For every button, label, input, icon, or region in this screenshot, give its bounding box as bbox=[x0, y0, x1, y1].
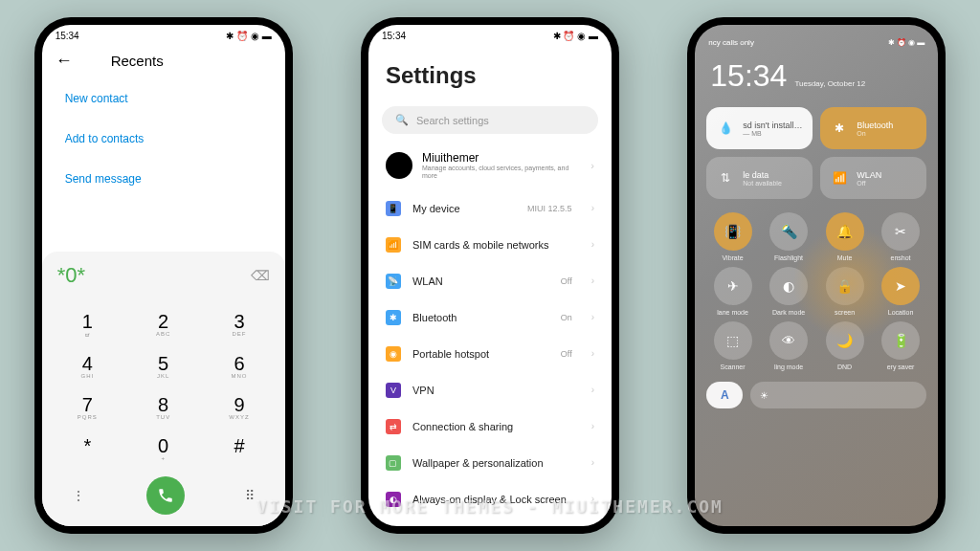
toggle-icon: 🔋 bbox=[881, 321, 920, 360]
search-input[interactable]: 🔍 Search settings bbox=[382, 106, 598, 134]
call-button[interactable] bbox=[146, 476, 185, 515]
toggle-icon: 🔒 bbox=[826, 267, 864, 305]
cc-toggle[interactable]: 🔒 screen bbox=[818, 267, 871, 316]
cc-toggle[interactable]: 🔦 Flashlight bbox=[763, 212, 815, 261]
settings-item-icon: V bbox=[386, 383, 401, 398]
settings-item-label: VPN bbox=[412, 385, 434, 396]
settings-item-icon: ▢ bbox=[386, 455, 401, 471]
tile-icon: ✱ bbox=[830, 119, 849, 138]
cc-tile[interactable]: 📶 WLAN Off bbox=[820, 157, 926, 199]
page-title: Recents bbox=[111, 53, 164, 69]
dialer-actions: New contact Add to contacts Send message bbox=[42, 78, 285, 252]
toggle-label: Mute bbox=[837, 254, 853, 261]
phone-frame-control-center: ncy calls only ✱ ⏰ ◉ ▬ 15:34 Tuesday, Oc… bbox=[687, 17, 946, 534]
settings-item[interactable]: ▢ Wallpaper & personalization › bbox=[368, 445, 612, 481]
dialpad-toggle-icon[interactable]: ⠿ bbox=[245, 488, 255, 503]
settings-item[interactable]: 📡 WLAN Off › bbox=[368, 263, 612, 299]
settings-item-icon: ✱ bbox=[386, 310, 401, 325]
cc-toggle[interactable]: ⬚ Scanner bbox=[706, 321, 759, 370]
tile-sub: — MB bbox=[743, 130, 802, 137]
tile-title: le data bbox=[743, 170, 781, 180]
auto-brightness-button[interactable]: A bbox=[706, 382, 743, 408]
settings-item[interactable]: ◐ Always-on display & Lock screen › bbox=[368, 481, 612, 518]
toggle-label: lane mode bbox=[717, 309, 748, 316]
tile-icon: ⇅ bbox=[716, 168, 735, 187]
chevron-right-icon: › bbox=[591, 457, 594, 468]
settings-list: 📱 My device MIUI 12.5.5 › 📶 SIM cards & … bbox=[368, 190, 612, 526]
cc-toggles: 📳 Vibrate🔦 Flashlight🔔 Mute✂ enshot✈ lan… bbox=[706, 212, 926, 370]
dialer-bottom-bar: ⋮ ⠿ bbox=[42, 469, 285, 526]
settings-item[interactable]: ◉ Portable hotspot Off › bbox=[368, 336, 612, 372]
cc-toggle[interactable]: ✂ enshot bbox=[875, 212, 927, 261]
keypad-key-2[interactable]: 2ABC bbox=[125, 303, 201, 345]
cc-toggle[interactable]: ✈ lane mode bbox=[706, 267, 759, 316]
phone-icon bbox=[157, 487, 174, 504]
dial-display: *0* ⌫ bbox=[42, 252, 285, 299]
settings-item-label: Always-on display & Lock screen bbox=[412, 494, 567, 505]
tile-icon: 📶 bbox=[830, 168, 849, 187]
backspace-icon[interactable]: ⌫ bbox=[251, 268, 270, 283]
tile-sub: On bbox=[857, 130, 893, 137]
tile-title: sd isn't install… bbox=[743, 121, 802, 130]
menu-icon[interactable]: ⋮ bbox=[72, 488, 85, 503]
keypad-key-#[interactable]: # bbox=[201, 428, 277, 469]
cc-toggle[interactable]: 🔋 ery saver bbox=[875, 321, 927, 370]
brightness-slider[interactable] bbox=[750, 382, 926, 408]
settings-item-value: MIUI 12.5.5 bbox=[527, 204, 572, 213]
cc-tile[interactable]: ⇅ le data Not available bbox=[706, 157, 813, 199]
phone-frame-dialer: 15:34 ✱ ⏰ ◉ ▬ ← Recents New contact Add … bbox=[34, 17, 293, 534]
toggle-label: DND bbox=[837, 364, 852, 370]
toggle-label: Vibrate bbox=[723, 254, 744, 261]
toggle-label: enshot bbox=[891, 254, 911, 261]
settings-item-icon: ⇄ bbox=[386, 419, 401, 434]
new-contact-link[interactable]: New contact bbox=[65, 78, 262, 119]
keypad-key-5[interactable]: 5JKL bbox=[125, 345, 201, 386]
cc-toggle[interactable]: 🔔 Mute bbox=[818, 212, 871, 261]
keypad-key-9[interactable]: 9WXYZ bbox=[201, 386, 277, 428]
keypad-key-8[interactable]: 8TUV bbox=[125, 386, 201, 428]
settings-item[interactable]: 📱 My device MIUI 12.5.5 › bbox=[368, 190, 612, 227]
chevron-right-icon: › bbox=[591, 276, 594, 286]
keypad-key-1[interactable]: 1ຜ bbox=[50, 303, 125, 345]
settings-item-label: Bluetooth bbox=[412, 312, 457, 323]
chevron-right-icon: › bbox=[590, 160, 594, 171]
cc-toggle[interactable]: ◐ Dark mode bbox=[763, 267, 815, 316]
cc-toggle[interactable]: 👁 ling mode bbox=[763, 321, 815, 370]
tile-sub: Off bbox=[857, 180, 881, 187]
toggle-icon: ⬚ bbox=[714, 321, 752, 360]
keypad-key-*[interactable]: * bbox=[50, 428, 125, 469]
toggle-icon: ✂ bbox=[881, 212, 920, 251]
cc-tile[interactable]: 💧 sd isn't install… — MB bbox=[706, 107, 813, 149]
search-placeholder: Search settings bbox=[416, 115, 489, 126]
toggle-icon: 🔔 bbox=[826, 212, 864, 251]
settings-item-label: Connection & sharing bbox=[412, 421, 513, 432]
settings-item[interactable]: ⇄ Connection & sharing › bbox=[368, 408, 612, 445]
settings-item[interactable]: ✱ Bluetooth On › bbox=[368, 299, 612, 336]
keypad-key-3[interactable]: 3DEF bbox=[201, 303, 277, 345]
search-icon: 🔍 bbox=[395, 114, 409, 126]
account-sub: Manage accounts, cloud services, payment… bbox=[422, 165, 581, 181]
add-to-contacts-link[interactable]: Add to contacts bbox=[65, 119, 262, 159]
keypad-key-7[interactable]: 7PQRS bbox=[50, 386, 125, 428]
cc-tile[interactable]: ✱ Bluetooth On bbox=[820, 107, 926, 149]
chevron-right-icon: › bbox=[591, 385, 594, 395]
cc-toggle[interactable]: ➤ Location bbox=[875, 267, 927, 316]
settings-item[interactable]: V VPN › bbox=[368, 372, 612, 408]
send-message-link[interactable]: Send message bbox=[65, 159, 262, 199]
cc-status-bar: ncy calls only ✱ ⏰ ◉ ▬ bbox=[706, 34, 926, 51]
keypad-key-6[interactable]: 6MNO bbox=[201, 345, 277, 386]
chevron-right-icon: › bbox=[591, 312, 594, 322]
toggle-label: Flashlight bbox=[774, 254, 803, 261]
settings-screen: 15:34 ✱ ⏰ ◉ ▬ Settings 🔍 Search settings… bbox=[368, 25, 612, 526]
cc-toggle[interactable]: 🌙 DND bbox=[818, 321, 871, 370]
cc-toggle[interactable]: 📳 Vibrate bbox=[706, 212, 759, 261]
keypad-key-0[interactable]: 0+ bbox=[125, 428, 201, 469]
back-icon[interactable]: ← bbox=[56, 51, 73, 71]
settings-item[interactable]: 📶 SIM cards & mobile networks › bbox=[368, 227, 612, 263]
account-row[interactable]: Miuithemer Manage accounts, cloud servic… bbox=[368, 142, 612, 190]
settings-item-label: My device bbox=[412, 203, 460, 214]
settings-header: Settings bbox=[368, 43, 612, 99]
toggle-label: screen bbox=[835, 309, 855, 316]
avatar bbox=[386, 152, 412, 179]
keypad-key-4[interactable]: 4GHI bbox=[50, 345, 125, 386]
